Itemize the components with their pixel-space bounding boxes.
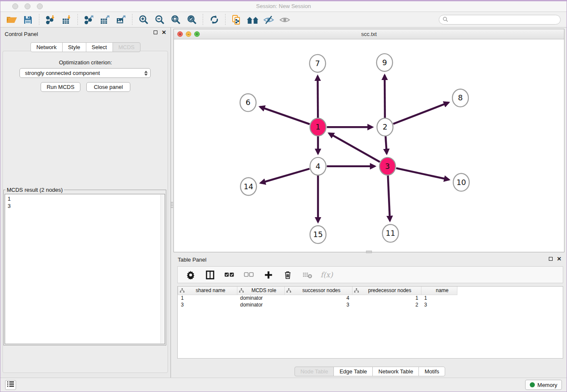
graph-node-label: 15 xyxy=(313,230,323,239)
table-cell[interactable]: 1 xyxy=(421,295,457,301)
memory-button[interactable]: Memory xyxy=(525,380,562,390)
search-box[interactable] xyxy=(439,15,561,25)
toolbar-icons xyxy=(4,14,293,26)
graph-edge-3-11[interactable] xyxy=(388,175,390,221)
tab-edge-table[interactable]: Edge Table xyxy=(333,367,373,376)
add-row-icon[interactable] xyxy=(262,268,275,281)
table-panel: Table Panel ✕ f(x) shared nameMCDS roles… xyxy=(173,253,567,379)
column-header-label: successor nodes xyxy=(302,287,340,293)
table-cell[interactable]: 3 xyxy=(178,301,237,308)
close-table-panel-icon[interactable]: ✕ xyxy=(557,257,561,261)
tab-node-table[interactable]: Node Table xyxy=(295,367,334,376)
control-panel-window-controls: ✕ xyxy=(154,30,166,35)
export-network-icon[interactable] xyxy=(82,14,96,26)
float-table-panel-icon[interactable] xyxy=(549,257,553,261)
graph-node-7[interactable]: 7 xyxy=(310,55,326,72)
toolbar-separator xyxy=(132,14,132,26)
tab-mcds[interactable]: MCDS xyxy=(113,42,140,52)
graph-node-15[interactable]: 15 xyxy=(310,226,326,243)
graph-node-label: 7 xyxy=(315,59,320,68)
mcds-result-group: MCDS result (2 nodes) 13 xyxy=(3,187,166,345)
export-image-icon[interactable] xyxy=(114,14,128,26)
column-header-mcds-role[interactable]: MCDS role xyxy=(237,287,285,295)
export-table-icon[interactable] xyxy=(98,14,112,26)
zoom-out-icon[interactable] xyxy=(153,14,166,26)
task-history-button[interactable] xyxy=(5,380,16,390)
column-header-name[interactable]: name xyxy=(421,287,457,295)
table-cell[interactable]: 3 xyxy=(285,301,352,308)
select-all-icon[interactable] xyxy=(223,268,236,281)
graph-edge-3-1[interactable] xyxy=(329,133,380,162)
apply-layout-icon[interactable] xyxy=(207,14,221,26)
import-network-icon[interactable] xyxy=(44,14,57,26)
task-list-icon xyxy=(7,381,14,389)
graph-node-9[interactable]: 9 xyxy=(377,54,393,72)
column-header-label: MCDS role xyxy=(251,287,276,293)
search-icon xyxy=(443,16,448,24)
graph-node-6[interactable]: 6 xyxy=(240,94,256,111)
tab-style[interactable]: Style xyxy=(62,42,86,52)
mcds-result-title: MCDS result (2 nodes) xyxy=(6,187,64,193)
save-session-icon[interactable] xyxy=(21,14,35,26)
graph-node-3[interactable]: 3 xyxy=(380,157,396,175)
delete-row-icon[interactable] xyxy=(281,268,294,281)
table-row[interactable]: 1dominator411 xyxy=(178,295,467,301)
table-cell[interactable]: dominator xyxy=(237,295,285,301)
table-cell[interactable]: dominator xyxy=(237,301,285,308)
graph-node-14[interactable]: 14 xyxy=(240,178,256,196)
network-window-titlebar[interactable]: × − + scc.txt xyxy=(174,29,564,39)
gear-icon[interactable] xyxy=(184,268,197,281)
graph-node-label: 9 xyxy=(382,58,387,67)
memory-status-icon xyxy=(530,382,535,387)
graph-edge-1-6[interactable] xyxy=(260,107,309,124)
float-panel-icon[interactable] xyxy=(154,30,157,34)
graph-node-11[interactable]: 11 xyxy=(383,224,399,242)
tab-select[interactable]: Select xyxy=(86,42,113,52)
import-table-icon[interactable] xyxy=(60,14,73,26)
mcds-result-line: 3 xyxy=(8,202,162,210)
zoom-selected-icon[interactable] xyxy=(185,14,198,26)
network-graph[interactable]: 7968124314101511 xyxy=(174,39,564,252)
graph-edge-2-9[interactable] xyxy=(385,75,385,119)
table-cell[interactable]: 2 xyxy=(352,301,421,308)
run-mcds-button[interactable]: Run MCDS xyxy=(41,82,80,92)
graph-node-8[interactable]: 8 xyxy=(452,89,468,107)
home-icon[interactable] xyxy=(246,14,259,26)
deselect-all-icon[interactable] xyxy=(242,268,255,281)
table-cell[interactable]: 3 xyxy=(421,301,457,308)
column-header-successor-nodes[interactable]: successor nodes xyxy=(285,287,352,295)
graph-node-10[interactable]: 10 xyxy=(453,174,469,191)
hide-selected-icon[interactable] xyxy=(262,14,275,26)
table-cell[interactable]: 1 xyxy=(352,295,421,301)
graph-edge-2-3[interactable] xyxy=(385,136,387,154)
column-header-predecessor-nodes[interactable]: predecessor nodes xyxy=(352,287,421,295)
tab-motifs[interactable]: Motifs xyxy=(418,367,445,376)
function-builder-icon: f(x) xyxy=(320,268,333,281)
graph-edge-1-7[interactable] xyxy=(318,76,318,119)
graph-edge-3-10[interactable] xyxy=(396,168,449,179)
search-input[interactable] xyxy=(450,17,557,23)
zoom-in-icon[interactable] xyxy=(137,14,150,26)
clone-network-icon[interactable] xyxy=(230,14,243,26)
close-panel-icon[interactable]: ✕ xyxy=(162,30,166,35)
close-panel-button[interactable]: Close panel xyxy=(86,82,130,92)
table-row[interactable]: 3dominator323 xyxy=(178,301,467,308)
column-header-shared-name[interactable]: shared name xyxy=(178,287,237,295)
graph-edge-2-8[interactable] xyxy=(393,102,449,124)
open-session-icon[interactable] xyxy=(5,14,19,26)
tab-network[interactable]: Network xyxy=(30,42,63,52)
table-cell[interactable]: 4 xyxy=(285,295,352,301)
criterion-select[interactable]: strongly connected component xyxy=(19,68,151,78)
graph-node-2[interactable]: 2 xyxy=(377,118,393,136)
result-scrollbar[interactable] xyxy=(160,195,164,343)
column-selector-icon[interactable] xyxy=(204,268,216,281)
graph-node-1[interactable]: 1 xyxy=(310,118,326,136)
mcds-result-box[interactable]: 13 xyxy=(5,194,165,344)
table-cell[interactable]: 1 xyxy=(178,295,237,301)
zoom-fit-icon[interactable] xyxy=(169,14,182,26)
graph-node-4[interactable]: 4 xyxy=(310,157,326,175)
graph-edge-4-14[interactable] xyxy=(261,169,310,183)
tab-network-table[interactable]: Network Table xyxy=(372,367,419,376)
network-canvas[interactable]: 7968124314101511 xyxy=(174,39,564,252)
table-panel-title: Table Panel xyxy=(178,257,206,263)
